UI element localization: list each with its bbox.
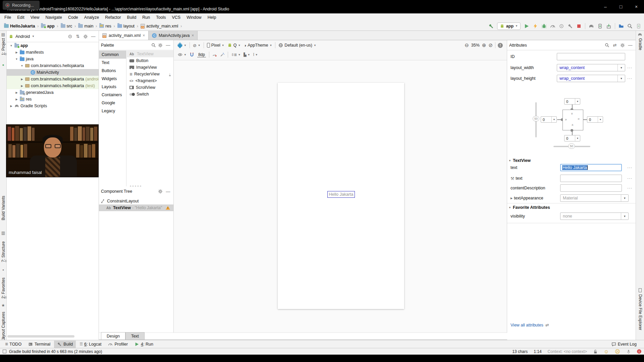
breadcrumb-main[interactable]: main <box>77 24 94 28</box>
visibility-select[interactable]: none▼ <box>560 213 629 220</box>
vertical-bias-value[interactable]: 50 <box>533 116 539 121</box>
close-tab-icon[interactable]: × <box>143 33 145 38</box>
text-input[interactable]: Hello Jakarta <box>560 164 622 171</box>
text-more-button[interactable]: ··· <box>627 165 633 170</box>
infer-constraints-button[interactable] <box>220 52 225 57</box>
tool-logcat[interactable]: ☰6: Logcat <box>76 341 104 348</box>
restore-windows-icon[interactable] <box>3 350 6 353</box>
design-text-input[interactable] <box>560 175 622 182</box>
project-tool-icon[interactable]: ▤ <box>0 32 6 37</box>
component-constraintlayout[interactable]: ConstraintLayout <box>99 198 173 204</box>
tree-item-app[interactable]: ▼app <box>7 42 99 49</box>
tree-item-gradle-scripts[interactable]: ▶Gradle Scripts <box>7 103 99 109</box>
align-select[interactable]: ▙▼ <box>244 53 250 57</box>
favorites-section-header[interactable]: ▼Favorite Attributes <box>508 205 550 210</box>
palette-category-buttons[interactable]: Buttons <box>99 67 126 75</box>
warning-icon[interactable] <box>166 206 170 210</box>
palette-category-text[interactable]: Text <box>99 59 126 67</box>
menu-view[interactable]: View <box>28 13 43 21</box>
menu-help[interactable]: Help <box>205 13 219 21</box>
sidebar-item-device-file-explorer[interactable]: Device File Explorer <box>638 294 643 331</box>
hide-panel-icon[interactable]: — <box>627 43 634 48</box>
content-description-more-button[interactable]: ··· <box>627 186 633 190</box>
attach-debugger-icon[interactable] <box>559 23 564 29</box>
id-input[interactable] <box>557 53 625 60</box>
avd-icon[interactable] <box>636 23 641 29</box>
zoom-out-button[interactable]: ⊖ <box>465 42 469 48</box>
sidebar-item-build-variants[interactable]: Build Variants <box>1 196 6 221</box>
palette-item-switch[interactable]: Switch <box>127 91 173 98</box>
close-tab-icon[interactable]: × <box>192 33 194 38</box>
palette-item-textview[interactable]: AbTextView <box>127 51 173 57</box>
horizontal-bias-value[interactable]: 50 <box>568 143 575 149</box>
search-icon[interactable] <box>605 43 609 48</box>
menu-build[interactable]: Build <box>124 13 140 21</box>
menu-refactor[interactable]: Refactor <box>102 13 124 21</box>
lock-icon[interactable] <box>593 349 598 354</box>
breadcrumb-layout[interactable]: layout <box>117 24 135 28</box>
hide-panel-icon[interactable]: — <box>165 43 171 48</box>
event-log-button[interactable]: Event Log <box>611 342 644 347</box>
palette-item-scrollview[interactable]: ScrollView <box>127 84 173 91</box>
palette-category-widgets[interactable]: Widgets <box>99 75 126 83</box>
text-appearance-select[interactable]: Material▼ <box>560 194 629 202</box>
menu-analyze[interactable]: Analyze <box>81 13 102 21</box>
palette-item-fragment[interactable]: <><fragment> <box>127 77 173 84</box>
close-button[interactable]: × <box>629 0 644 13</box>
breadcrumb-res[interactable]: res <box>99 24 112 28</box>
breadcrumb-app[interactable]: app <box>40 24 55 28</box>
palette-item-button[interactable]: Button <box>127 57 173 64</box>
sidebar-item-project[interactable]: 1: Project <box>1 38 6 56</box>
gear-icon[interactable] <box>83 34 88 39</box>
hide-panel-icon[interactable]: — <box>165 189 171 194</box>
tree-item-manifests[interactable]: ▶manifests <box>7 49 99 56</box>
chevron-down-icon[interactable]: ▼ <box>32 35 35 38</box>
caret-position[interactable]: 1:14 <box>534 349 541 354</box>
tree-item-package[interactable]: ▼com.brainmatics.hellojakarta <box>7 62 99 69</box>
menu-tools[interactable]: Tools <box>153 13 169 21</box>
orientation-select[interactable]: ⊘▼ <box>193 43 201 48</box>
device-manager-icon[interactable] <box>597 23 603 29</box>
error-indicator-icon[interactable]: ! <box>637 349 641 354</box>
tool-build[interactable]: Build <box>54 341 76 348</box>
menu-code[interactable]: Code <box>65 13 81 21</box>
layout-height-select[interactable]: wrap_content▼ <box>557 75 625 82</box>
tree-item-res[interactable]: ▶res <box>7 96 99 103</box>
tool-terminal[interactable]: Terminal <box>25 341 53 348</box>
layout-width-more-button[interactable]: ··· <box>627 65 633 70</box>
project-view-selector[interactable]: Android <box>15 34 30 39</box>
project-structure-icon[interactable] <box>619 23 624 29</box>
tree-item-package-test[interactable]: ▶com.brainmatics.hellojakarta(test) <box>7 82 99 89</box>
zoom-in-button[interactable]: ⊕ <box>482 42 486 48</box>
coverage-icon[interactable] <box>568 23 573 29</box>
menu-edit[interactable]: Edit <box>14 13 28 21</box>
hide-panel-icon[interactable]: — <box>90 34 97 39</box>
stop-icon[interactable] <box>576 23 582 29</box>
menu-navigate[interactable]: Navigate <box>43 13 65 21</box>
device-canvas[interactable]: Hello Jakarta <box>278 83 404 309</box>
tool-todo[interactable]: ≣TODO <box>2 341 24 348</box>
theme-select[interactable]: ◑AppTheme▼ <box>244 43 272 48</box>
menu-window[interactable]: Window <box>183 13 204 21</box>
locate-file-icon[interactable] <box>68 34 72 39</box>
gear-icon[interactable] <box>620 43 625 48</box>
tree-item-generatedjava[interactable]: ▶generatedJava <box>7 89 99 96</box>
maximize-button[interactable]: □ <box>613 0 629 13</box>
palette-category-layouts[interactable]: Layouts <box>99 83 126 91</box>
tab-mainactivity-java[interactable]: C MainActivity.java × <box>149 31 198 40</box>
selected-textview[interactable]: Hello Jakarta <box>327 191 355 198</box>
sidebar-item-gradle[interactable]: Gradle <box>638 38 643 51</box>
textview-section-header[interactable]: ▼TextView <box>508 158 531 163</box>
content-description-input[interactable] <box>560 184 622 192</box>
tree-item-package-androidtest[interactable]: ▶com.brainmatics.hellojakarta(androidTes… <box>7 76 99 82</box>
microphone-icon[interactable] <box>626 349 631 354</box>
happy-face-icon[interactable]: ☺ <box>604 349 609 354</box>
tab-text[interactable]: Text <box>125 332 145 340</box>
tool-run[interactable]: 4: Run <box>131 341 156 348</box>
device-select[interactable]: Pixel▼ <box>207 43 224 48</box>
gradle-sync-icon[interactable] <box>589 23 594 29</box>
resource-manager-icon[interactable]: ● <box>0 63 6 67</box>
view-options-select[interactable]: ▼ <box>178 52 186 57</box>
palette-category-google[interactable]: Google <box>99 99 126 107</box>
margin-top-select[interactable]: 0▼ <box>564 98 580 105</box>
